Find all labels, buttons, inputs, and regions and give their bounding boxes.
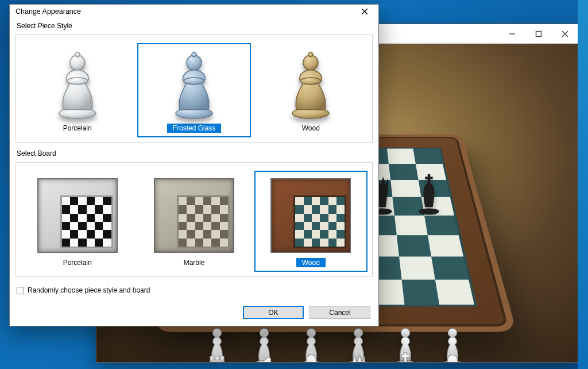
svg-point-41 — [70, 55, 85, 70]
svg-point-40 — [67, 78, 88, 84]
svg-point-45 — [187, 55, 202, 70]
svg-rect-30 — [215, 356, 219, 362]
svg-point-46 — [192, 52, 196, 57]
board-style-label: Porcelain — [57, 258, 98, 267]
maximize-button[interactable] — [525, 25, 552, 43]
ok-button-label: OK — [268, 309, 278, 317]
svg-point-42 — [75, 52, 80, 57]
board-thumb-wood — [262, 175, 359, 256]
dialog-title: Change Appearance — [16, 7, 81, 16]
close-button[interactable] — [552, 25, 578, 43]
board-style-option-wood[interactable]: Wood — [254, 171, 368, 272]
board-wood-icon — [270, 178, 351, 253]
piece-style-box: Porcelain — [16, 34, 373, 143]
board-thumb-porcelain — [29, 175, 126, 256]
minimize-icon — [509, 30, 516, 37]
piece-style-caption: Select Piece Style — [17, 22, 373, 30]
svg-point-14 — [208, 361, 227, 363]
pawn-porcelain-icon — [52, 50, 103, 119]
board-thumb-marble — [145, 175, 243, 256]
svg-point-20 — [349, 361, 368, 363]
dialog-body: Select Piece Style — [10, 18, 378, 327]
board-style-label: Marble — [178, 258, 211, 267]
piece-thumb-frosted-glass — [145, 48, 243, 121]
board-style-label: Wood — [296, 258, 326, 267]
svg-point-48 — [300, 78, 321, 84]
piece-style-option-wood[interactable]: Wood — [254, 43, 368, 137]
change-appearance-dialog: Change Appearance Select Piece Style — [9, 4, 379, 326]
pawn-wood-icon — [285, 50, 336, 119]
piece-style-label: Wood — [296, 124, 326, 133]
board-marble-icon — [154, 178, 234, 253]
svg-rect-28 — [210, 360, 224, 362]
dialog-button-row: OK Cancel — [16, 306, 373, 321]
close-icon — [562, 30, 568, 37]
cancel-button-label: Cancel — [329, 309, 350, 317]
dialog-titlebar: Change Appearance — [10, 5, 378, 18]
svg-point-22 — [396, 361, 415, 363]
ok-button[interactable]: OK — [243, 306, 304, 319]
board-style-row: Porcelain — [21, 171, 368, 272]
white-pieces-row — [111, 348, 559, 362]
svg-point-49 — [303, 55, 318, 70]
piece-thumb-porcelain — [29, 48, 126, 121]
cancel-button[interactable]: Cancel — [310, 306, 370, 319]
piece-style-group: Select Piece Style — [16, 21, 373, 143]
piece-style-label: Frosted Glass — [167, 124, 222, 133]
svg-rect-1 — [536, 31, 541, 36]
board-style-caption: Select Board — [17, 149, 373, 157]
board-style-option-porcelain[interactable]: Porcelain — [21, 171, 134, 272]
board-style-group: Select Board — [16, 148, 373, 277]
svg-rect-31 — [220, 356, 225, 362]
minimize-button[interactable] — [499, 25, 525, 43]
piece-style-option-porcelain[interactable]: Porcelain — [21, 43, 134, 137]
svg-point-16 — [255, 361, 274, 363]
maximize-icon — [535, 30, 542, 37]
board-style-box: Porcelain — [16, 162, 373, 277]
board-porcelain-icon — [37, 178, 118, 253]
window-controls — [499, 25, 578, 43]
svg-point-44 — [184, 78, 204, 84]
piece-style-label: Porcelain — [57, 124, 98, 133]
svg-point-24 — [443, 361, 462, 363]
piece-style-option-frosted-glass[interactable]: Frosted Glass — [137, 43, 250, 137]
random-checkbox-label: Randomly choose piece style and board — [28, 286, 150, 294]
close-icon — [361, 8, 368, 15]
board-style-option-marble[interactable]: Marble — [137, 171, 250, 272]
dialog-close-button[interactable] — [354, 5, 375, 18]
svg-rect-29 — [210, 356, 214, 362]
piece-style-row: Porcelain — [21, 43, 368, 137]
random-checkbox-row[interactable]: Randomly choose piece style and board — [17, 286, 373, 294]
pawn-frosted-glass-icon — [168, 50, 220, 119]
random-checkbox[interactable] — [17, 287, 24, 294]
svg-point-50 — [308, 52, 313, 57]
piece-thumb-wood — [262, 48, 359, 121]
svg-point-18 — [302, 361, 321, 363]
